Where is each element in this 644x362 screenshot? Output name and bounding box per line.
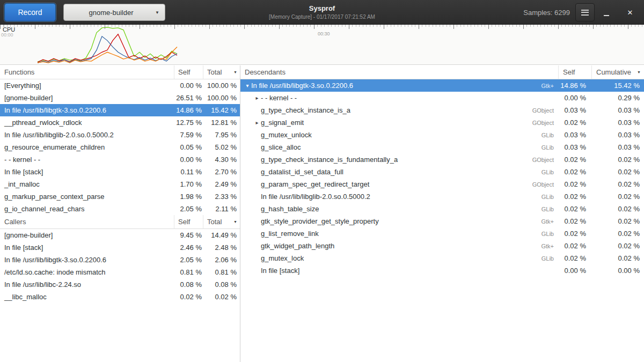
cell-self: 26.51 % — [174, 94, 203, 102]
cell-self: 0.08 % — [174, 280, 203, 289]
cell-self: 1.70 % — [174, 180, 203, 188]
table-row[interactable]: /etc/ld.so.cache: inode mismatch0.81 %0.… — [0, 266, 240, 278]
cell-self: 14.86 % — [174, 106, 203, 114]
expander-icon[interactable]: ▾ — [244, 83, 251, 88]
profile-panes: Functions Self Total ▼ [Everything]0.00 … — [0, 65, 644, 362]
cell-total: 4.30 % — [203, 156, 240, 164]
table-row[interactable]: In file /usr/lib/libgtk-3.so.0.2200.614.… — [0, 104, 240, 116]
table-row[interactable]: g_io_channel_read_chars2.05 %2.11 % — [0, 203, 240, 215]
cell-function: __pthread_rwlock_rdlock — [0, 119, 174, 127]
expander-icon[interactable]: ▸ — [253, 120, 261, 125]
cell-self: 0.02 % — [558, 205, 591, 213]
cell-function: In file [stack] — [240, 267, 558, 275]
table-row[interactable]: In file [stack]0.11 %2.70 % — [0, 166, 240, 178]
column-header-cumulative[interactable]: Cumulative ▼ — [591, 65, 644, 79]
table-row[interactable]: gtk_style_provider_get_style_propertyGtk… — [240, 215, 644, 227]
cell-cumulative: 0.03 % — [591, 106, 644, 114]
callers-table-header: Callers Self Total ▼ — [0, 215, 240, 229]
table-row[interactable]: ▸g_signal_emitGObject0.02 %0.03 % — [240, 116, 644, 129]
table-row[interactable]: g_markup_parse_context_parse1.98 %2.33 % — [0, 190, 240, 203]
table-row[interactable]: g_hash_table_sizeGLib0.02 %0.02 % — [240, 203, 644, 215]
column-header-descendants[interactable]: Descendants — [240, 65, 558, 79]
cell-cumulative: 0.02 % — [591, 217, 644, 225]
table-row[interactable]: In file /usr/lib/libglib-2.0.so.0.5000.2… — [0, 129, 240, 141]
table-row[interactable]: - - kernel - -0.00 %4.30 % — [0, 153, 240, 166]
function-name: g_list_remove_link — [261, 230, 319, 238]
table-row[interactable]: In file [stack]2.46 %2.48 % — [0, 241, 240, 254]
table-row[interactable]: __pthread_rwlock_rdlock12.75 %12.81 % — [0, 116, 240, 129]
cell-cumulative: 0.02 % — [591, 205, 644, 213]
cell-cumulative: 0.02 % — [591, 168, 644, 176]
function-name: g_signal_emit — [261, 119, 304, 127]
close-button[interactable]: ✕ — [618, 0, 642, 25]
table-row[interactable]: g_param_spec_get_redirect_targetGObject0… — [240, 178, 644, 190]
cell-function: In file /usr/lib/libglib-2.0.so.0.5000.2… — [240, 193, 558, 201]
function-name: g_mutex_unlock — [261, 131, 312, 139]
function-name: In file /usr/lib/libglib-2.0.so.0.5000.2 — [261, 193, 370, 201]
column-header-self[interactable]: Self — [558, 65, 591, 79]
table-row[interactable]: [Everything]0.00 %100.00 % — [0, 79, 240, 92]
cell-cumulative: 0.02 % — [591, 254, 644, 262]
table-row[interactable]: ▸- - kernel - -0.00 %0.29 % — [240, 92, 644, 104]
cell-self: 9.45 % — [174, 231, 203, 239]
table-row[interactable]: g_slice_allocGLib0.03 %0.03 % — [240, 141, 644, 153]
minimize-button[interactable] — [595, 0, 618, 25]
timeline-mid-label: 00:30 — [318, 31, 330, 36]
table-row[interactable]: gtk_widget_path_lengthGtk+0.02 %0.02 % — [240, 240, 644, 252]
cell-function: gtk_widget_path_lengthGtk+ — [240, 242, 558, 250]
table-row[interactable]: In file [stack]0.00 %0.00 % — [240, 264, 644, 277]
table-row[interactable]: g_datalist_id_set_data_fullGLib0.02 %0.0… — [240, 166, 644, 178]
table-row[interactable]: [gnome-builder]9.45 %14.49 % — [0, 229, 240, 241]
column-header-callers[interactable]: Callers — [0, 215, 174, 228]
cell-self: 0.03 % — [558, 143, 591, 151]
cell-cumulative: 0.03 % — [591, 131, 644, 139]
column-header-total[interactable]: Total ▼ — [203, 65, 240, 79]
table-row[interactable]: [gnome-builder]26.51 %100.00 % — [0, 92, 240, 104]
library-tag: GLib — [541, 206, 558, 212]
table-row[interactable]: In file /usr/lib/libglib-2.0.so.0.5000.2… — [240, 190, 644, 203]
table-row[interactable]: g_mutex_lockGLib0.02 %0.02 % — [240, 252, 644, 264]
library-tag: Gtk+ — [541, 83, 558, 89]
cell-self: 14.86 % — [558, 82, 591, 90]
column-header-self[interactable]: Self — [174, 65, 203, 79]
app-selector-dropdown[interactable]: gnome-builder ▼ — [63, 4, 165, 21]
cell-function: /etc/ld.so.cache: inode mismatch — [0, 268, 174, 276]
cell-self: 2.05 % — [174, 205, 203, 213]
column-header-functions[interactable]: Functions — [0, 65, 174, 79]
column-header-total[interactable]: Total ▼ — [203, 215, 240, 228]
table-row[interactable]: __libc_malloc0.02 %0.02 % — [0, 291, 240, 303]
column-header-self[interactable]: Self — [174, 215, 203, 228]
cell-self: 0.02 % — [558, 119, 591, 127]
library-tag: GLib — [541, 231, 558, 237]
cell-function: In file /usr/lib/libc-2.24.so — [0, 280, 174, 289]
cell-total: 100.00 % — [203, 94, 240, 102]
column-header-cumulative-label: Cumulative — [596, 68, 631, 76]
table-row[interactable]: g_resource_enumerate_children0.05 %5.02 … — [0, 141, 240, 153]
cell-function: g_datalist_id_set_data_fullGLib — [240, 168, 558, 176]
cell-total: 0.02 % — [203, 293, 240, 301]
table-row[interactable]: g_mutex_unlockGLib0.03 %0.03 % — [240, 129, 644, 141]
table-row[interactable]: _int_malloc1.70 %2.49 % — [0, 178, 240, 190]
cell-cumulative: 0.03 % — [591, 119, 644, 127]
cell-function: __libc_malloc — [0, 293, 174, 301]
function-name: g_hash_table_size — [261, 205, 319, 213]
menu-button[interactable] — [575, 3, 595, 21]
table-row[interactable]: g_type_check_instance_is_aGObject0.03 %0… — [240, 104, 644, 116]
cell-function: g_mutex_lockGLib — [240, 254, 558, 262]
cell-function: g_slice_allocGLib — [240, 143, 558, 151]
table-row[interactable]: In file /usr/lib/libgtk-3.so.0.2200.62.0… — [0, 254, 240, 266]
function-name: In file /usr/lib/libgtk-3.so.0.2200.6 — [251, 82, 353, 90]
cell-total: 14.49 % — [203, 231, 240, 239]
table-row[interactable]: In file /usr/lib/libc-2.24.so0.08 %0.08 … — [0, 278, 240, 291]
titlebar-titles: Sysprof [Memory Capture] - 01/17/2017 07… — [172, 0, 472, 25]
cpu-graph[interactable]: CPU 00:00 00:30 — [0, 25, 644, 65]
cell-function: [Everything] — [0, 82, 174, 90]
cell-function: g_type_check_instance_is_aGObject — [240, 106, 558, 114]
expander-icon[interactable]: ▸ — [253, 95, 261, 101]
table-row[interactable]: ▾In file /usr/lib/libgtk-3.so.0.2200.6Gt… — [240, 79, 644, 92]
table-row[interactable]: g_list_remove_linkGLib0.02 %0.02 % — [240, 227, 644, 240]
library-tag: GLib — [541, 194, 558, 200]
cell-function: g_resource_enumerate_children — [0, 143, 174, 151]
record-button[interactable]: Record — [4, 3, 56, 21]
table-row[interactable]: g_type_check_instance_is_fundamentally_a… — [240, 153, 644, 166]
